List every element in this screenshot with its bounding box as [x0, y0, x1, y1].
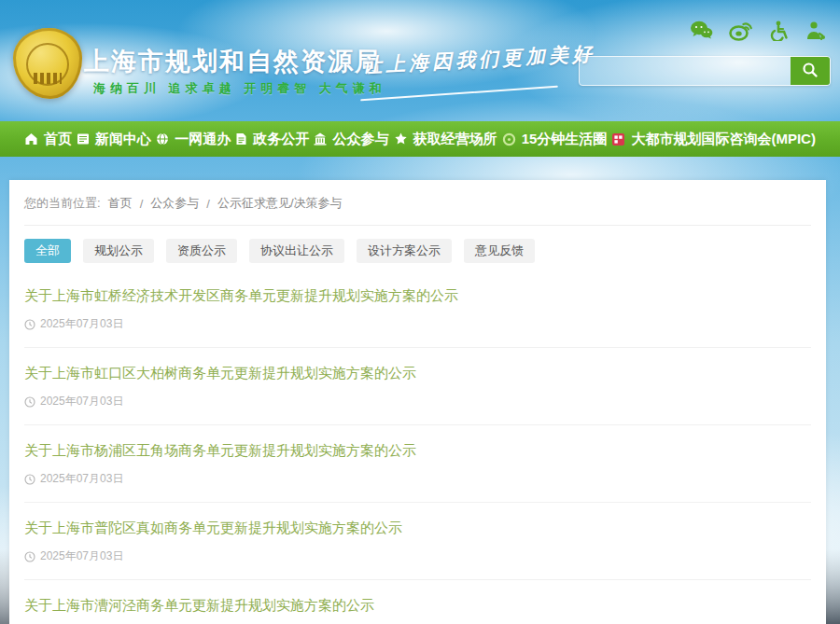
tab-design-scheme-notice[interactable]: 设计方案公示 — [357, 239, 452, 263]
star-icon — [394, 132, 408, 146]
list-item: 关于上海市虹桥经济技术开发区商务单元更新提升规划实施方案的公示 2025年07月… — [24, 270, 811, 348]
tab-agreement-transfer-notice[interactable]: 协议出让公示 — [249, 239, 344, 263]
announcement-link[interactable]: 关于上海市杨浦区五角场商务单元更新提升规划实施方案的公示 — [24, 442, 811, 460]
tab-all[interactable]: 全部 — [24, 239, 71, 263]
announcement-date: 2025年07月03日 — [24, 471, 811, 487]
content-panel: 您的当前位置: 首页 / 公众参与 / 公示征求意见/决策参与 全部 规划公示 … — [9, 180, 826, 624]
filter-tabs: 全部 规划公示 资质公示 协议出让公示 设计方案公示 意见反馈 — [24, 239, 811, 263]
announcement-link[interactable]: 关于上海市漕河泾商务单元更新提升规划实施方案的公示 — [24, 597, 811, 615]
list-item: 关于上海市漕河泾商务单元更新提升规划实施方案的公示 2025年07月03日 — [24, 580, 811, 624]
clock-icon — [24, 319, 35, 330]
announcement-date: 2025年07月03日 — [24, 316, 811, 332]
clock-icon — [24, 396, 35, 408]
date-text: 2025年07月03日 — [40, 394, 123, 409]
breadcrumb-current[interactable]: 公示征求意见/决策参与 — [217, 195, 343, 212]
nav-label: 获取经营场所 — [413, 131, 497, 148]
life-circle-icon — [502, 132, 516, 146]
breadcrumb-home[interactable]: 首页 — [108, 195, 133, 212]
announcement-date: 2025年07月03日 — [24, 394, 811, 409]
breadcrumb: 您的当前位置: 首页 / 公众参与 / 公示征求意见/决策参与 — [24, 195, 811, 226]
nav-label: 大都市规划国际咨询会(MPIC) — [631, 131, 816, 148]
nav-item-mpic[interactable]: 大都市规划国际咨询会(MPIC) — [611, 131, 816, 148]
nav-label: 政务公开 — [253, 131, 309, 148]
logo-buildings-mark — [34, 73, 62, 84]
nav-item-news[interactable]: 新闻中心 — [77, 131, 151, 148]
nav-item-life-circle[interactable]: 15分钟生活圈 — [502, 131, 608, 148]
breadcrumb-prefix: 您的当前位置: — [24, 195, 101, 212]
motto-underline — [360, 86, 558, 102]
participation-icon — [314, 132, 327, 146]
breadcrumb-separator: / — [140, 197, 144, 211]
document-icon — [235, 132, 247, 146]
main-nav: 首页 新闻中心 一网通办 政务公开 公众参与 — [0, 121, 840, 157]
nav-item-online-service[interactable]: 一网通办 — [156, 131, 231, 148]
list-item: 关于上海市普陀区真如商务单元更新提升规划实施方案的公示 2025年07月03日 — [24, 503, 811, 580]
calligraphy-motto: 让上海因我们更加美好 — [361, 40, 595, 78]
quick-links — [690, 21, 827, 41]
tab-qualification-notice[interactable]: 资质公示 — [166, 239, 237, 263]
date-text: 2025年07月03日 — [40, 548, 123, 564]
site-search — [579, 56, 831, 86]
search-button[interactable] — [791, 57, 830, 85]
announcement-link[interactable]: 关于上海市虹口区大柏树商务单元更新提升规划实施方案的公示 — [24, 365, 811, 382]
nav-label: 一网通办 — [175, 131, 231, 148]
clock-icon — [24, 551, 35, 562]
tab-feedback[interactable]: 意见反馈 — [464, 239, 535, 263]
city-spirit-slogan: 海纳百川 追求卓越 开明睿智 大气谦和 — [93, 80, 386, 97]
wechat-icon[interactable] — [690, 21, 713, 41]
date-text: 2025年07月03日 — [40, 316, 123, 332]
announcement-list: 关于上海市虹桥经济技术开发区商务单元更新提升规划实施方案的公示 2025年07月… — [24, 270, 811, 624]
site-header: 上海市规划和自然资源局 海纳百川 追求卓越 开明睿智 大气谦和 让上海因我们更加… — [0, 0, 840, 121]
nav-item-home[interactable]: 首页 — [24, 131, 72, 148]
breadcrumb-participation[interactable]: 公众参与 — [150, 195, 199, 212]
online-service-icon — [156, 132, 169, 146]
clock-icon — [24, 474, 35, 485]
site-title: 上海市规划和自然资源局 — [84, 45, 382, 78]
announcement-link[interactable]: 关于上海市普陀区真如商务单元更新提升规划实施方案的公示 — [24, 520, 811, 537]
nav-label: 15分钟生活圈 — [522, 131, 608, 148]
nav-label: 新闻中心 — [95, 131, 151, 148]
list-item: 关于上海市杨浦区五角场商务单元更新提升规划实施方案的公示 2025年07月03日 — [24, 425, 811, 503]
date-text: 2025年07月03日 — [40, 471, 123, 487]
accessibility-icon[interactable] — [768, 21, 789, 41]
breadcrumb-separator: / — [206, 197, 210, 211]
nav-label: 公众参与 — [332, 131, 388, 148]
announcement-date: 2025年07月03日 — [24, 548, 811, 564]
bureau-logo — [13, 28, 82, 99]
list-item: 关于上海市虹口区大柏树商务单元更新提升规划实施方案的公示 2025年07月03日 — [24, 348, 811, 425]
senior-mode-icon[interactable] — [805, 21, 827, 41]
weibo-icon[interactable] — [729, 21, 752, 41]
nav-item-business-premises[interactable]: 获取经营场所 — [394, 131, 497, 148]
tab-planning-notice[interactable]: 规划公示 — [83, 239, 154, 263]
announcement-link[interactable]: 关于上海市虹桥经济技术开发区商务单元更新提升规划实施方案的公示 — [24, 287, 811, 305]
nav-item-gov-info[interactable]: 政务公开 — [235, 131, 309, 148]
search-input[interactable] — [580, 57, 791, 85]
home-icon — [24, 132, 38, 146]
mpic-icon — [611, 132, 625, 146]
nav-item-participation[interactable]: 公众参与 — [314, 131, 388, 148]
nav-label: 首页 — [44, 131, 72, 148]
search-icon — [802, 62, 819, 81]
news-icon — [77, 132, 90, 146]
